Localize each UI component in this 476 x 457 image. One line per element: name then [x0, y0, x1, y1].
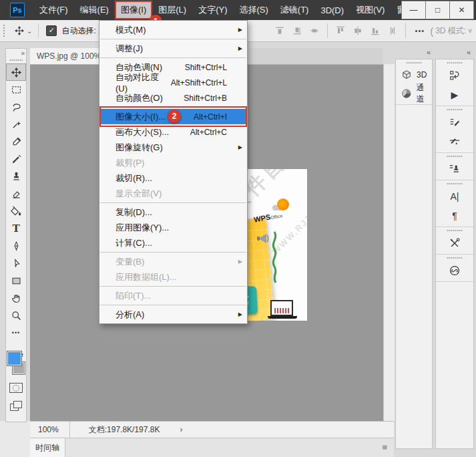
- auto-select-checkbox[interactable]: ✓: [46, 25, 57, 36]
- menu-filter[interactable]: 滤镜(T): [274, 1, 315, 19]
- more-tools-glyph: •••: [12, 329, 20, 336]
- panel-grip-handle[interactable]: [447, 108, 463, 111]
- menu-item[interactable]: 画布大小(S)...Alt+Ctrl+C: [99, 124, 247, 140]
- character-panel-icon[interactable]: A|: [436, 186, 473, 206]
- rectangular-marquee-tool[interactable]: [6, 81, 26, 98]
- menu-item-label: 陷印(T)...: [115, 290, 151, 302]
- panel-collapse-icon[interactable]: «: [435, 48, 470, 57]
- panel-grip-handle[interactable]: [447, 155, 463, 158]
- timeline-tab[interactable]: 时间轴: [30, 438, 65, 457]
- submenu-arrow-icon: ▶: [238, 259, 242, 265]
- document-size-info: 文档:197.8K/197.8K: [89, 424, 160, 436]
- tools-grip-handle[interactable]: [9, 59, 23, 61]
- brush-presets-panel-icon[interactable]: [436, 132, 473, 151]
- menu-item-label: 画布大小(S)...: [115, 126, 169, 138]
- tools-collapse-icon[interactable]: »: [6, 49, 26, 58]
- clone-source-panel-icon[interactable]: [436, 159, 473, 178]
- distribute-bottom-icon[interactable]: [309, 25, 320, 36]
- align-top-icon[interactable]: [335, 25, 346, 36]
- paragraph-panel-icon[interactable]: ¶: [436, 206, 473, 225]
- menu-3d[interactable]: 3D(D): [314, 2, 350, 19]
- timeline-panel: 时间轴 ≡: [30, 438, 394, 457]
- panel-grip-handle[interactable]: [447, 61, 463, 64]
- panel-grip-handle[interactable]: [447, 182, 463, 185]
- menu-item[interactable]: 裁切(R)...: [99, 170, 247, 186]
- align-center-icon[interactable]: [352, 25, 363, 36]
- menu-item[interactable]: 裁剪(P): [99, 155, 247, 170]
- more-options-icon[interactable]: •••: [415, 27, 425, 35]
- panel-grip-handle[interactable]: [447, 229, 463, 232]
- menu-item[interactable]: 变量(B)▶: [99, 254, 247, 269]
- distribute-top-icon[interactable]: [274, 25, 285, 36]
- hand-tool[interactable]: [6, 289, 26, 307]
- path-selection-tool[interactable]: [6, 255, 26, 272]
- menu-item[interactable]: 陷印(T)...: [99, 288, 247, 303]
- creative-cloud-libraries-icon[interactable]: [436, 261, 473, 280]
- menu-item[interactable]: 应用数据组(L)...: [99, 269, 247, 285]
- quick-mask-icon: [13, 385, 19, 392]
- pen-tool[interactable]: [6, 237, 26, 255]
- menu-image[interactable]: 图像(I) 1: [115, 1, 152, 19]
- foreground-color-swatch[interactable]: [7, 351, 22, 366]
- panel-divider: [436, 226, 473, 227]
- menu-select[interactable]: 选择(S): [233, 1, 274, 19]
- menu-item[interactable]: 计算(C)...: [99, 235, 247, 251]
- history-panel-icon[interactable]: [436, 65, 473, 85]
- status-options-chevron-icon[interactable]: ›: [180, 425, 182, 434]
- menu-item[interactable]: 自动对比度(U)Alt+Shift+Ctrl+L: [99, 75, 247, 90]
- tool-preset-chevron-icon[interactable]: ⌄: [27, 27, 32, 35]
- menu-type[interactable]: 文字(Y): [192, 1, 233, 19]
- panel-collapse-icon[interactable]: «: [395, 48, 430, 57]
- tool-presets-panel-icon[interactable]: [436, 233, 473, 253]
- zoom-tool[interactable]: [6, 307, 26, 324]
- type-tool[interactable]: T: [6, 220, 26, 237]
- menu-view[interactable]: 视图(V): [350, 1, 391, 19]
- menu-separator: [100, 286, 246, 287]
- menu-item-shortcut: Alt+Ctrl+C: [190, 128, 227, 137]
- menu-file[interactable]: 文件(F): [33, 1, 74, 19]
- panel-tab-channels[interactable]: 通道: [396, 84, 432, 103]
- panel-grip-handle[interactable]: [447, 257, 463, 259]
- brush-settings-panel-icon[interactable]: [436, 112, 473, 132]
- distribute-middle-icon[interactable]: [292, 25, 302, 36]
- menu-item[interactable]: 调整(J)▶: [99, 41, 247, 56]
- maximize-button[interactable]: □: [425, 1, 450, 19]
- quick-selection-tool[interactable]: [6, 116, 26, 133]
- menu-item[interactable]: 模式(M)▶: [99, 22, 247, 37]
- panel-tab-3d[interactable]: 3D: [396, 65, 432, 84]
- clone-stamp-tool[interactable]: [6, 168, 26, 185]
- screen-mode-button[interactable]: [10, 401, 22, 410]
- menu-item[interactable]: 复制(D)...: [99, 204, 247, 220]
- paint-bucket-tool[interactable]: [6, 202, 26, 220]
- zoom-level-field[interactable]: 100%: [30, 422, 70, 438]
- menu-item[interactable]: 自动颜色(O)Shift+Ctrl+B: [99, 90, 247, 106]
- actions-panel-icon[interactable]: ▶: [436, 85, 473, 104]
- menu-item[interactable]: 图像旋转(G)▶: [99, 140, 247, 155]
- timeline-menu-icon[interactable]: ≡: [382, 442, 387, 452]
- eyedropper-tool[interactable]: [6, 133, 26, 150]
- lasso-tool[interactable]: [6, 98, 26, 116]
- annotation-step-2-badge: 2: [168, 110, 181, 123]
- menu-item[interactable]: 分析(A)▶: [99, 307, 247, 322]
- align-bottom-icon[interactable]: [370, 25, 381, 36]
- brush-tool[interactable]: [6, 150, 26, 168]
- eraser-tool[interactable]: [6, 185, 26, 202]
- vertical-scrollbar-track[interactable]: [383, 64, 395, 421]
- panel-grip-handle[interactable]: [406, 61, 422, 64]
- menu-item[interactable]: 应用图像(Y)...: [99, 220, 247, 235]
- options-grip-handle[interactable]: [3, 24, 6, 37]
- menu-item[interactable]: 图像大小(I)...Alt+Ctrl+I2: [99, 109, 247, 124]
- 3d-mode-icon: (: [430, 25, 433, 37]
- more-tools-button[interactable]: •••: [6, 324, 26, 341]
- window-controls: — □ ✕: [402, 1, 474, 19]
- menu-edit[interactable]: 编辑(E): [74, 1, 115, 19]
- rectangle-tool[interactable]: [6, 272, 26, 289]
- 3d-mode-caret-icon[interactable]: ˅: [468, 27, 472, 35]
- quick-mask-button[interactable]: [9, 383, 23, 393]
- menu-item[interactable]: 显示全部(V): [99, 186, 247, 201]
- minimize-button[interactable]: —: [401, 1, 426, 19]
- align-vertical-icon[interactable]: [387, 25, 398, 36]
- submenu-arrow-icon: ▶: [238, 27, 242, 33]
- move-tool[interactable]: [6, 63, 26, 81]
- close-button[interactable]: ✕: [449, 1, 474, 19]
